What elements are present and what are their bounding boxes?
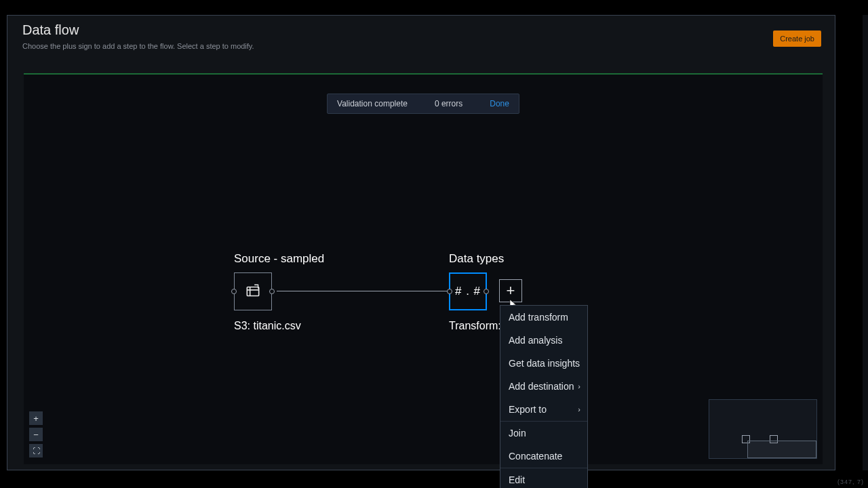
node-source[interactable]: Source - sampled S3: titanic.csv xyxy=(234,252,324,332)
menu-get-data-insights[interactable]: Get data insights xyxy=(500,352,587,375)
data-types-icon: # . # xyxy=(455,285,481,298)
chevron-right-icon: › xyxy=(578,405,580,413)
node-types-box[interactable]: # . # xyxy=(449,272,487,310)
menu-edit[interactable]: Edit xyxy=(500,468,587,488)
menu-concatenate[interactable]: Concatenate xyxy=(500,445,587,468)
plus-icon: + xyxy=(33,413,39,424)
port-left[interactable] xyxy=(447,289,452,294)
zoom-in-button[interactable]: + xyxy=(29,411,43,425)
validation-errors: 0 errors xyxy=(435,99,462,108)
zoom-controls: + − ⛶ xyxy=(29,411,43,458)
flow-canvas[interactable]: Validation complete 0 errors Done Source… xyxy=(24,75,823,464)
edge-source-to-types xyxy=(277,291,448,291)
zoom-out-button[interactable]: − xyxy=(29,428,43,441)
create-job-button[interactable]: Create job xyxy=(773,30,821,47)
app-frame: Data flow Choose the plus sign to add a … xyxy=(7,15,835,470)
node-source-box[interactable] xyxy=(234,272,272,310)
page-title: Data flow xyxy=(22,22,820,38)
page-subtitle: Choose the plus sign to add a step to th… xyxy=(22,42,820,50)
node-types-top-label: Data types xyxy=(449,252,504,266)
header: Data flow Choose the plus sign to add a … xyxy=(7,16,835,58)
menu-add-transform[interactable]: Add transform xyxy=(500,306,587,329)
validation-done-link[interactable]: Done xyxy=(490,99,509,108)
chevron-right-icon: › xyxy=(578,382,580,390)
minus-icon: − xyxy=(33,430,39,440)
menu-add-destination[interactable]: Add destination › xyxy=(500,375,587,398)
menu-add-analysis[interactable]: Add analysis xyxy=(500,329,587,352)
minimap[interactable] xyxy=(709,399,817,459)
port-right[interactable] xyxy=(484,289,489,294)
node-data-types[interactable]: Data types # . # Transform: xyxy=(449,252,504,332)
node-types-bottom-label: Transform: xyxy=(449,320,504,332)
port-left[interactable] xyxy=(231,289,237,294)
menu-join[interactable]: Join xyxy=(500,422,587,445)
add-step-button[interactable]: + xyxy=(499,279,522,302)
plus-icon: + xyxy=(507,283,515,298)
zoom-fit-button[interactable]: ⛶ xyxy=(29,444,43,458)
port-right[interactable] xyxy=(269,289,275,294)
node-source-top-label: Source - sampled xyxy=(234,252,324,266)
context-menu: Add transform Add analysis Get data insi… xyxy=(500,305,588,488)
minimap-viewport[interactable] xyxy=(747,441,816,458)
expand-icon: ⛶ xyxy=(33,447,40,455)
database-icon xyxy=(244,283,262,300)
menu-export-to-label: Export to xyxy=(509,404,547,415)
validation-status: Validation complete xyxy=(337,99,408,108)
svg-rect-0 xyxy=(247,287,258,296)
node-source-bottom-label: S3: titanic.csv xyxy=(234,320,324,332)
footer-coordinates: (347, 7) xyxy=(837,479,864,485)
menu-add-destination-label: Add destination xyxy=(509,381,574,392)
right-rail xyxy=(863,15,868,470)
menu-export-to[interactable]: Export to › xyxy=(500,398,587,421)
validation-bar: Validation complete 0 errors Done xyxy=(327,94,519,114)
